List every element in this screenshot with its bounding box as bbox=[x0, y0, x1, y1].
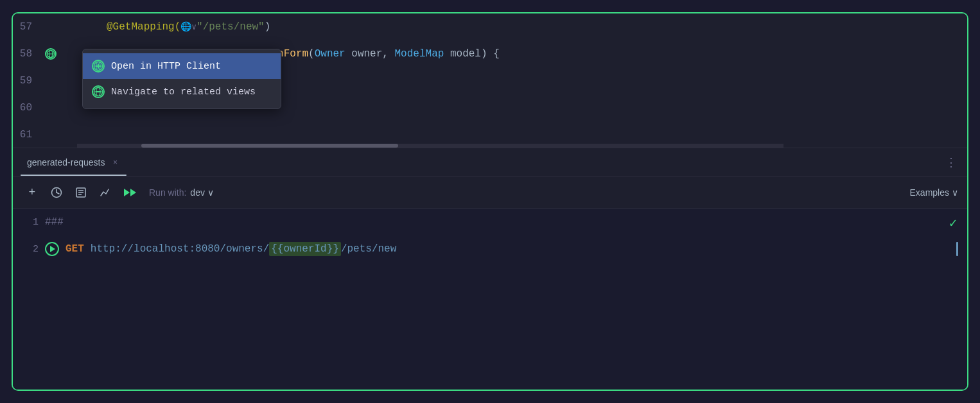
hash-comment: ### bbox=[45, 216, 64, 228]
run-with-chevron: ∨ bbox=[207, 187, 214, 198]
param-model: model) { bbox=[450, 48, 500, 60]
examples-label: Examples bbox=[910, 187, 949, 198]
url-base: http://localhost:8080/owners/ bbox=[91, 243, 269, 255]
content-line-num-2: 2 bbox=[19, 244, 39, 255]
get-method-label: GET bbox=[66, 243, 84, 255]
string-pets-new: "/pets/new" bbox=[197, 21, 265, 33]
docs-button[interactable] bbox=[71, 182, 91, 203]
paren-close: ) bbox=[265, 21, 271, 33]
url-suffix: /pets/new bbox=[341, 243, 396, 255]
type-owner: Owner bbox=[315, 48, 352, 60]
run-with-container: Run with: dev ∨ bbox=[149, 187, 214, 198]
globe-icon-58[interactable] bbox=[45, 48, 57, 60]
related-views-icon bbox=[92, 85, 105, 98]
play-triangle-icon bbox=[50, 246, 55, 252]
tab-generated-requests[interactable]: generated-requests × bbox=[21, 148, 127, 176]
chevron-icon: ∨ bbox=[191, 22, 197, 32]
run-with-env: dev bbox=[190, 187, 205, 198]
toolbar: + bbox=[13, 176, 967, 209]
context-menu: Open in HTTP Client Navigate to related … bbox=[82, 49, 281, 109]
run-with-label: Run with: bbox=[149, 187, 186, 198]
history-button[interactable] bbox=[46, 182, 67, 203]
tab-bar: generated-requests × ⋮ bbox=[13, 148, 967, 176]
line-number-58: 58 bbox=[19, 48, 45, 60]
line-number-61: 61 bbox=[19, 129, 45, 141]
context-menu-item-http-label: Open in HTTP Client bbox=[111, 61, 221, 72]
code-scrollbar-thumb[interactable] bbox=[141, 144, 398, 148]
run-all-button[interactable] bbox=[119, 182, 140, 203]
svg-line-11 bbox=[57, 193, 59, 194]
main-window: 57 @GetMapping(🌐∨"/pets/new") 58 public … bbox=[12, 12, 968, 391]
context-menu-item-views-label: Navigate to related views bbox=[111, 87, 256, 98]
svg-point-4 bbox=[96, 62, 100, 70]
blue-line-indicator bbox=[956, 242, 958, 256]
svg-point-7 bbox=[96, 87, 100, 96]
chart-button[interactable] bbox=[95, 182, 116, 203]
add-button[interactable]: + bbox=[22, 182, 42, 203]
content-line-2: 2 GET http://localhost:8080/owners/{{own… bbox=[13, 236, 967, 262]
type-modelmap: ModelMap bbox=[395, 48, 450, 60]
code-scrollbar[interactable] bbox=[77, 144, 783, 148]
line-number-60: 60 bbox=[19, 102, 45, 114]
annotation-getmapping: @GetMapping( bbox=[107, 21, 180, 33]
http-content-area: 1 ### ✓ 2 GET http://localhost:8080/owne… bbox=[13, 209, 967, 390]
content-line-num-1: 1 bbox=[19, 217, 39, 228]
code-editor: 57 @GetMapping(🌐∨"/pets/new") 58 public … bbox=[13, 13, 967, 148]
tab-more-button[interactable]: ⋮ bbox=[945, 155, 957, 169]
paren-open: ( bbox=[308, 48, 315, 60]
line-number-57: 57 bbox=[19, 21, 45, 33]
run-all-icon bbox=[124, 189, 136, 196]
http-client-icon bbox=[92, 60, 105, 73]
param-owner: owner, bbox=[351, 48, 394, 60]
tab-name: generated-requests bbox=[27, 157, 105, 167]
tab-close-button[interactable]: × bbox=[110, 157, 120, 167]
play-button-line2[interactable] bbox=[45, 242, 59, 256]
context-menu-item-http[interactable]: Open in HTTP Client bbox=[83, 53, 281, 79]
url-param: {{ownerId}} bbox=[269, 242, 341, 256]
context-menu-item-views[interactable]: Navigate to related views bbox=[83, 79, 281, 105]
content-line-1: 1 ### bbox=[13, 209, 967, 236]
run-with-value[interactable]: dev ∨ bbox=[190, 187, 214, 198]
globe-small-icon: 🌐 bbox=[180, 22, 191, 32]
line-number-59: 59 bbox=[19, 75, 45, 87]
http-client-section: generated-requests × ⋮ + bbox=[13, 148, 967, 390]
check-mark: ✓ bbox=[949, 215, 957, 231]
examples-chevron: ∨ bbox=[952, 187, 958, 198]
tab-underline bbox=[21, 175, 127, 176]
examples-button[interactable]: Examples ∨ bbox=[910, 187, 958, 198]
url-text: http://localhost:8080/owners/{{ownerId}}… bbox=[91, 243, 397, 255]
